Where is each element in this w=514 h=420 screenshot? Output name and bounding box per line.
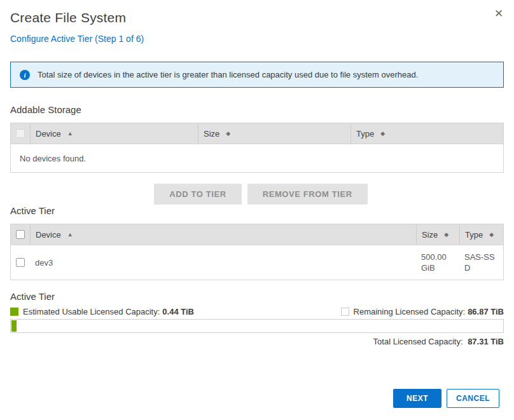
row-checkbox[interactable] (16, 258, 25, 267)
total-capacity-label: Total Licensed Capacity: (373, 337, 463, 346)
select-all-checkbox[interactable] (16, 129, 25, 138)
remaining-capacity-label: Remaining Licensed Capacity: (354, 307, 466, 316)
remaining-capacity-legend-item: Remaining Licensed Capacity: 86.87 TiB (341, 307, 504, 316)
no-devices-message: No devices found. (11, 154, 95, 163)
select-all-checkbox-cell[interactable] (11, 224, 30, 245)
info-banner-text: Total size of devices in the active tier… (38, 70, 418, 79)
total-capacity-value: 87.31 TiB (468, 337, 504, 346)
dialog-footer: NEXT CANCEL (393, 389, 499, 408)
capacity-legend: Estimated Usable Licensed Capacity: 0.44… (10, 307, 504, 316)
info-icon: i (20, 70, 30, 80)
total-capacity-line: Total Licensed Capacity: 87.31 TiB (10, 337, 504, 346)
device-name-cell: dev3 (30, 254, 416, 271)
sort-icon[interactable]: ◆ (380, 130, 385, 137)
addable-storage-table-header: Device ▲ Size ◆ Type ◆ (11, 123, 503, 144)
sort-asc-icon[interactable]: ▲ (67, 231, 73, 238)
empty-table-row: No devices found. (11, 144, 503, 172)
capacity-bar-fill (11, 320, 17, 332)
wizard-step-label[interactable]: Configure Active Tier (Step 1 of 6) (10, 34, 504, 44)
row-checkbox-cell[interactable] (11, 258, 30, 267)
column-header-size[interactable]: Size ◆ (416, 224, 459, 245)
sort-asc-icon[interactable]: ▲ (67, 130, 73, 137)
active-tier-table-title: Active Tier (10, 205, 504, 216)
column-header-device[interactable]: Device ▲ (30, 224, 416, 245)
used-capacity-legend-item: Estimated Usable Licensed Capacity: 0.44… (10, 307, 194, 316)
addable-storage-title: Addable Storage (10, 104, 504, 115)
sort-icon[interactable]: ◆ (489, 231, 494, 238)
remove-from-tier-button[interactable]: REMOVE FROM TIER (247, 184, 368, 205)
create-file-system-dialog: Create File System ✕ Configure Active Ti… (0, 0, 514, 420)
remaining-capacity-swatch-icon (341, 308, 349, 316)
sort-icon[interactable]: ◆ (226, 130, 230, 137)
used-capacity-value: 0.44 TiB (162, 307, 194, 316)
next-button[interactable]: NEXT (393, 389, 441, 408)
column-header-device[interactable]: Device ▲ (30, 123, 198, 144)
sort-icon[interactable]: ◆ (444, 231, 448, 238)
active-tier-table: Device ▲ Size ◆ Type ◆ dev3 500.00 GiB S… (10, 224, 504, 280)
column-header-type[interactable]: Type ◆ (351, 123, 503, 144)
device-type-cell: SAS-SSD (459, 248, 503, 277)
used-capacity-swatch-icon (10, 308, 18, 316)
device-size-cell: 500.00 GiB (416, 248, 459, 277)
remaining-capacity-value: 86.87 TiB (468, 307, 504, 316)
info-banner: i Total size of devices in the active ti… (10, 62, 504, 88)
capacity-section-title: Active Tier (10, 291, 504, 302)
active-tier-table-header: Device ▲ Size ◆ Type ◆ (11, 224, 503, 245)
table-row[interactable]: dev3 500.00 GiB SAS-SSD (11, 245, 503, 280)
select-all-checkbox[interactable] (16, 230, 25, 239)
capacity-bar (10, 319, 504, 333)
column-header-type[interactable]: Type ◆ (459, 224, 503, 245)
page-title: Create File System (10, 10, 504, 25)
close-icon[interactable]: ✕ (491, 6, 506, 22)
cancel-button[interactable]: CANCEL (447, 389, 499, 408)
tier-actions: ADD TO TIER REMOVE FROM TIER (10, 184, 504, 205)
column-header-size[interactable]: Size ◆ (198, 123, 351, 144)
select-all-checkbox-cell[interactable] (11, 123, 30, 144)
used-capacity-label: Estimated Usable Licensed Capacity: (23, 307, 160, 316)
addable-storage-table: Device ▲ Size ◆ Type ◆ No devices found. (10, 123, 504, 173)
add-to-tier-button[interactable]: ADD TO TIER (154, 184, 241, 205)
